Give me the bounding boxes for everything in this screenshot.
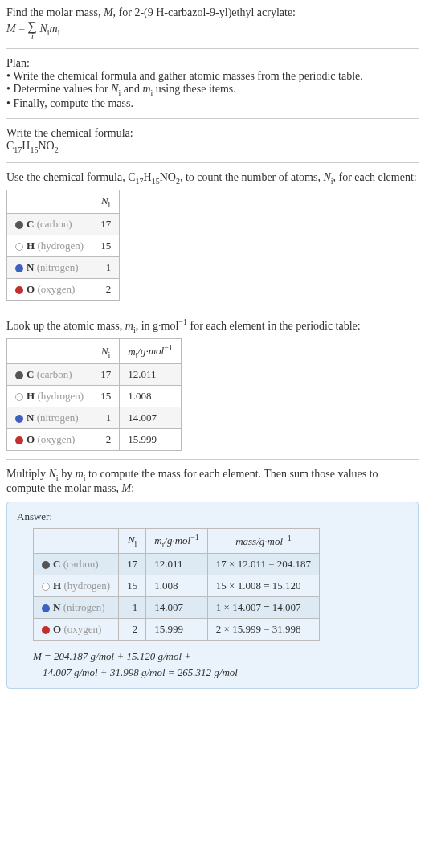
table-row: N (nitrogen) 1 14.007 1 × 14.007 = 14.00… [34, 597, 320, 619]
divider [6, 162, 419, 163]
element-cell: N (nitrogen) [7, 256, 92, 278]
divider [6, 459, 419, 460]
lookup-text: Look up the atomic mass, mi, in g·mol−1 … [6, 317, 419, 334]
table-row: C (carbon) 17 [7, 213, 120, 235]
n-value: 17 [92, 213, 120, 235]
multiply-section: Multiply Ni by mi to compute the mass fo… [6, 468, 419, 495]
plan-item: Determine values for Ni and mi using the… [6, 83, 419, 97]
m-value: 15.999 [120, 429, 182, 451]
final-line-2: 14.007 g/mol + 31.998 g/mol = 265.312 g/… [43, 665, 408, 681]
element-cell: N (nitrogen) [34, 597, 119, 619]
chem-formula: C17H15NO2 [6, 140, 419, 154]
divider [6, 118, 419, 119]
table-row: O (oxygen) 2 15.999 [7, 429, 182, 451]
plan-list: Write the chemical formula and gather at… [6, 70, 419, 110]
mass-value: 2 × 15.999 = 31.998 [207, 619, 319, 641]
col-mi: mi/g·mol−1 [146, 529, 208, 554]
element-cell: C (carbon) [7, 364, 92, 386]
mass-value: 15 × 1.008 = 15.120 [207, 575, 319, 597]
n-value: 2 [119, 619, 146, 641]
element-cell: C (carbon) [7, 213, 92, 235]
answer-label: Answer: [17, 510, 408, 523]
oxygen-dot-icon [15, 286, 23, 294]
n-value: 1 [92, 407, 120, 429]
table-row: N (nitrogen) 1 [7, 256, 120, 278]
table-row: O (oxygen) 2 [7, 278, 120, 300]
answer-table: Ni mi/g·mol−1 mass/g·mol−1 C (carbon) 17… [33, 528, 320, 641]
hydrogen-dot-icon [15, 243, 23, 251]
m-value: 15.999 [146, 619, 208, 641]
count-section: Use the chemical formula, C17H15NO2, to … [6, 171, 419, 301]
element-cell: O (oxygen) [7, 429, 92, 451]
n-value: 1 [92, 256, 120, 278]
intro-line: Find the molar mass, M, for 2-(9 H-carba… [6, 6, 419, 19]
lookup-section: Look up the atomic mass, mi, in g·mol−1 … [6, 317, 419, 451]
element-cell: O (oxygen) [34, 619, 119, 641]
nitrogen-dot-icon [15, 264, 23, 272]
multiply-text: Multiply Ni by mi to compute the mass fo… [6, 468, 419, 495]
mass-value: 1 × 14.007 = 14.007 [207, 597, 319, 619]
plan-item: Finally, compute the mass. [6, 97, 419, 110]
chem-formula-section: Write the chemical formula: C17H15NO2 [6, 127, 419, 154]
plan-section: Plan: Write the chemical formula and gat… [6, 57, 419, 110]
divider [6, 48, 419, 49]
oxygen-dot-icon [15, 436, 23, 444]
count-text: Use the chemical formula, C17H15NO2, to … [6, 171, 419, 186]
divider [6, 309, 419, 309]
table-row: H (hydrogen) 15 1.008 15 × 1.008 = 15.12… [34, 575, 320, 597]
carbon-dot-icon [42, 561, 50, 569]
answer-box: Answer: Ni mi/g·mol−1 mass/g·mol−1 C (ca… [6, 502, 419, 689]
plan-item: Write the chemical formula and gather at… [6, 70, 419, 83]
col-ni: Ni [92, 339, 120, 364]
n-value: 2 [92, 278, 120, 300]
col-ni: Ni [119, 529, 146, 554]
col-ni: Ni [92, 190, 120, 214]
element-cell: H (hydrogen) [7, 386, 92, 407]
intro-section: Find the molar mass, M, for 2-(9 H-carba… [6, 6, 419, 40]
hydrogen-dot-icon [42, 583, 50, 591]
n-value: 1 [119, 597, 146, 619]
table-row: H (hydrogen) 15 1.008 [7, 386, 182, 407]
count-table: Ni C (carbon) 17 H (hydrogen) 15 N (nitr… [6, 190, 120, 301]
col-blank [7, 190, 92, 214]
m-value: 14.007 [120, 407, 182, 429]
table-row: H (hydrogen) 15 [7, 235, 120, 256]
col-mi: mi/g·mol−1 [120, 339, 182, 364]
table-row: N (nitrogen) 1 14.007 [7, 407, 182, 429]
mass-value: 17 × 12.011 = 204.187 [207, 554, 319, 575]
lookup-table: Ni mi/g·mol−1 C (carbon) 17 12.011 H (hy… [6, 338, 182, 451]
n-value: 15 [92, 386, 120, 407]
intro-formula: M = ∑i Nimi [6, 19, 419, 40]
element-cell: H (hydrogen) [7, 235, 92, 256]
n-value: 15 [119, 575, 146, 597]
chem-formula-title: Write the chemical formula: [6, 127, 419, 140]
n-value: 17 [119, 554, 146, 575]
table-row: O (oxygen) 2 15.999 2 × 15.999 = 31.998 [34, 619, 320, 641]
m-value: 12.011 [120, 364, 182, 386]
col-mass: mass/g·mol−1 [207, 529, 319, 554]
table-row: C (carbon) 17 12.011 17 × 12.011 = 204.1… [34, 554, 320, 575]
m-value: 1.008 [120, 386, 182, 407]
final-equation: M = 204.187 g/mol + 15.120 g/mol + 14.00… [33, 649, 408, 680]
col-blank [7, 339, 92, 364]
final-line-1: M = 204.187 g/mol + 15.120 g/mol + [33, 649, 408, 665]
n-value: 17 [92, 364, 120, 386]
m-value: 14.007 [146, 597, 208, 619]
hydrogen-dot-icon [15, 393, 23, 401]
n-value: 2 [92, 429, 120, 451]
nitrogen-dot-icon [42, 604, 50, 612]
table-row: C (carbon) 17 12.011 [7, 364, 182, 386]
n-value: 15 [92, 235, 120, 256]
col-blank [34, 529, 119, 554]
element-cell: O (oxygen) [7, 278, 92, 300]
element-cell: H (hydrogen) [34, 575, 119, 597]
carbon-dot-icon [15, 221, 23, 229]
nitrogen-dot-icon [15, 415, 23, 423]
m-value: 12.011 [146, 554, 208, 575]
carbon-dot-icon [15, 371, 23, 379]
plan-title: Plan: [6, 57, 419, 70]
element-cell: C (carbon) [34, 554, 119, 575]
oxygen-dot-icon [42, 626, 50, 634]
m-value: 1.008 [146, 575, 208, 597]
element-cell: N (nitrogen) [7, 407, 92, 429]
